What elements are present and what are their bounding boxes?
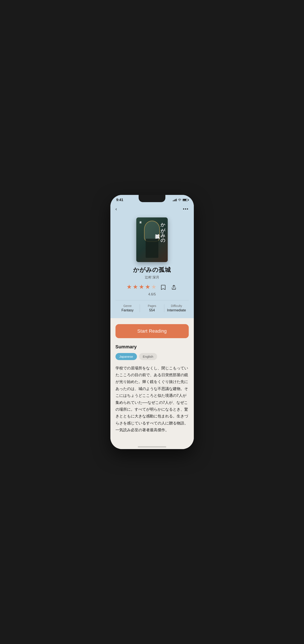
book-cover-figure [146, 239, 158, 258]
pages-label: Pages [142, 304, 162, 308]
japanese-lang-button[interactable]: Japanese [115, 353, 137, 360]
bookmark-icon [160, 284, 166, 290]
star-4: ★ [145, 283, 150, 290]
content-section: Start Reading Summary Japanese English 学… [110, 318, 194, 442]
bookmark-button[interactable] [159, 284, 167, 291]
back-button[interactable]: ‹ [115, 206, 118, 213]
meta-pages: Pages 554 [140, 304, 164, 312]
star-3: ★ [139, 283, 144, 290]
rating-actions [159, 284, 178, 291]
star-5: ★ [151, 283, 156, 290]
difficulty-value: Intermediate [166, 308, 187, 312]
meta-difficulty: Difficulty Intermediate [164, 304, 189, 312]
share-button[interactable] [170, 284, 178, 291]
book-cover-art: かがみの孤城 辻村深月 [136, 218, 168, 262]
status-time: 9:41 [116, 198, 123, 202]
rating-score: 4.6/5 [115, 292, 189, 296]
star-1: ★ [127, 283, 132, 290]
english-lang-button[interactable]: English [139, 353, 157, 360]
wifi-icon [178, 198, 181, 201]
nav-header: ‹ ••• [110, 204, 194, 215]
book-cover: かがみの孤城 辻村深月 [136, 218, 168, 262]
summary-text: 学校での居場所をなくし、閉じこもっていたこころの目の前で、ある日突然部屋の鏡が光… [115, 365, 189, 434]
star-2: ★ [133, 283, 138, 290]
book-author: 辻村 深月 [115, 275, 189, 280]
pages-value: 554 [142, 308, 162, 312]
genre-label: Genre [117, 304, 138, 308]
start-reading-button[interactable]: Start Reading [115, 324, 189, 338]
notch [139, 195, 165, 202]
home-indicator [110, 442, 194, 449]
book-cover-title-ja: かがみの孤城 [154, 220, 166, 241]
phone-screen: 9:41 ‹ ••• [110, 195, 194, 449]
status-icons [173, 198, 188, 201]
difficulty-label: Difficulty [166, 304, 187, 308]
more-button[interactable]: ••• [182, 206, 189, 212]
book-section: かがみの孤城 辻村深月 かがみの孤城 辻村 深月 ★ ★ ★ ★ ★ [110, 215, 194, 318]
share-icon [171, 284, 177, 290]
language-toggle: Japanese English [115, 353, 189, 360]
book-meta: Genre Fantasy Pages 554 Difficulty Inter… [115, 300, 189, 312]
summary-section-title: Summary [115, 344, 189, 350]
home-bar [138, 446, 166, 448]
meta-genre: Genre Fantasy [115, 304, 140, 312]
phone-frame: 9:41 ‹ ••• [110, 195, 194, 449]
rating-row: ★ ★ ★ ★ ★ [115, 283, 189, 291]
genre-value: Fantasy [117, 308, 138, 312]
stars-container: ★ ★ ★ ★ ★ [127, 283, 156, 290]
book-title: かがみの孤城 [115, 266, 189, 274]
battery-icon [183, 199, 188, 201]
book-cover-container: かがみの孤城 辻村深月 [115, 218, 189, 262]
signal-icon [173, 199, 177, 201]
